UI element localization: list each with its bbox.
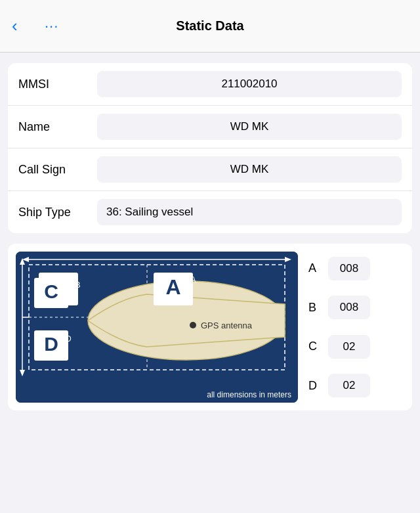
name-row: Name [8, 106, 412, 148]
call-sign-row: Call Sign [8, 148, 412, 191]
mmsi-label: MMSI [18, 78, 97, 91]
ship-diagram: GPS antenna B B A A [16, 252, 298, 403]
mmsi-row: MMSI [8, 63, 412, 106]
call-sign-input[interactable] [97, 156, 402, 183]
more-button[interactable]: ··· [39, 12, 64, 40]
dim-a-label: A [308, 261, 322, 275]
ship-type-value[interactable]: 36: Sailing vessel [97, 199, 402, 225]
call-sign-label: Call Sign [18, 163, 97, 177]
svg-text:A: A [190, 275, 196, 284]
svg-text:D: D [66, 334, 72, 344]
dim-c-value: 02 [328, 335, 370, 359]
name-label: Name [18, 120, 97, 134]
dim-a-value: 008 [328, 257, 370, 280]
dim-b-value: 008 [328, 296, 370, 319]
svg-text:all dimensions in meters: all dimensions in meters [207, 390, 291, 399]
back-chevron-icon: ‹ [12, 17, 18, 34]
content: MMSI Name Call Sign Ship Type 36: Sailin… [0, 63, 420, 411]
ship-type-row: Ship Type 36: Sailing vessel [8, 191, 412, 233]
svg-text:C: C [44, 280, 58, 302]
back-button[interactable]: ‹ [7, 13, 23, 39]
dim-d-value: 02 [328, 374, 370, 397]
dimensions-values: A 008 B 008 C 02 D 02 [308, 252, 404, 403]
nav-bar: ‹ ··· Static Data [0, 0, 420, 53]
name-input[interactable] [97, 114, 402, 140]
page-title: Static Data [176, 18, 243, 33]
dim-c-label: C [308, 340, 322, 353]
mmsi-input[interactable] [97, 71, 402, 97]
dim-b-row: B 008 [308, 296, 404, 319]
svg-point-5 [190, 322, 196, 328]
dim-d-row: D 02 [308, 374, 404, 397]
dim-c-row: C 02 [308, 335, 404, 359]
form-section: MMSI Name Call Sign Ship Type 36: Sailin… [8, 63, 412, 233]
svg-text:GPS antenna: GPS antenna [201, 321, 253, 330]
svg-text:A: A [165, 275, 180, 299]
dimensions-section: GPS antenna B B A A [8, 244, 412, 411]
svg-text:B: B [75, 280, 81, 290]
dim-d-label: D [308, 379, 322, 393]
dim-b-label: B [308, 301, 322, 315]
svg-text:D: D [44, 333, 58, 355]
svg-text:C: C [66, 282, 72, 291]
ship-type-label: Ship Type [18, 206, 97, 219]
dim-a-row: A 008 [308, 257, 404, 280]
